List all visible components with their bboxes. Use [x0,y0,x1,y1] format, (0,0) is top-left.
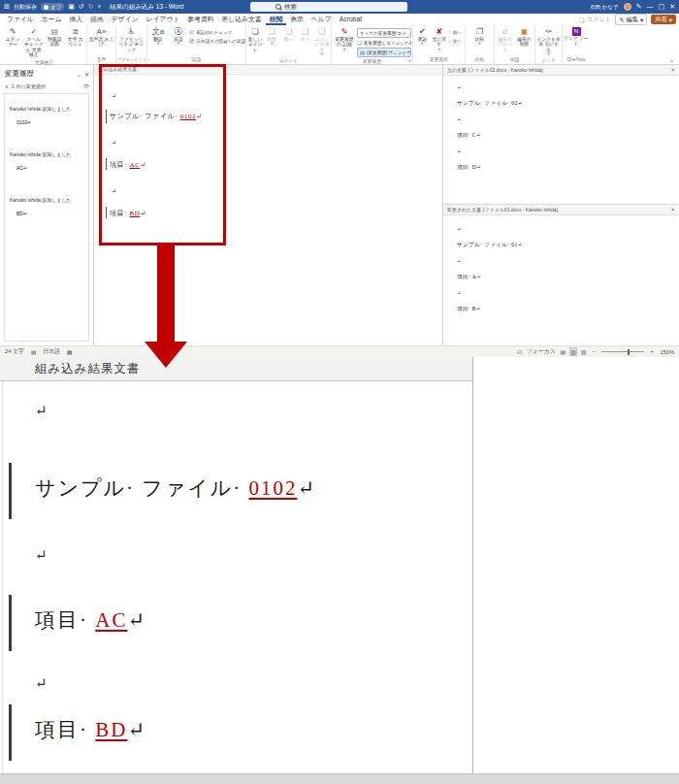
tab-layout[interactable]: レイアウト [143,14,184,25]
translate-button[interactable]: 文a 翻訳 ▾ [148,26,168,55]
tab-file[interactable]: ファイル [3,14,38,25]
search-icon [275,4,281,10]
show-comments-icon: ❏ [318,27,325,37]
add-word-to-ime-item[interactable]: 辞 日本語入力辞書への単語登録 [189,37,245,45]
share-button[interactable]: 共有 ▾ [651,15,676,24]
revised-document-pane[interactable]: 変更された文書 (ファイル01.docx - Kanoko Ishida) ✕ … [442,204,679,345]
doc-line: 項目· B↵ [457,306,481,312]
next-comment-button[interactable]: ❏ 次へ [298,26,313,56]
zoom-slider-thumb[interactable] [628,349,630,355]
show-markup-label: 変更履歴とコメントの表示 [364,41,411,46]
ribbon-group-ink: ✑ インクを非表 示にする ▾ インク [535,25,563,64]
refresh-icon[interactable]: ⟳ [84,82,89,90]
revisions-pane: 変更履歴 ⌄ ✕ ∧ 3 件の変更箇所 ⟳ Kanoko Ishida 追加しま… [0,65,94,345]
close-icon[interactable]: ✕ [84,71,89,78]
hide-ink-button[interactable]: ✑ インクを非表 示にする ▾ [536,26,561,56]
char-count[interactable]: 24 文字 [5,347,24,356]
previous-change-item[interactable]: ↑ 前へ [448,28,464,36]
revision-action: 追加しました [42,197,71,203]
thesaurus-button[interactable]: ▤ 類義語 辞典 [45,26,65,58]
save-icon[interactable]: ▣ [68,0,75,14]
close-icon[interactable]: ✕ [670,65,675,75]
paragraph-mark: ↵ [35,674,48,692]
app-grid-icon[interactable]: ⊞ [4,0,10,14]
paragraph-mark: ↵ [457,116,461,122]
focus-mode-button[interactable]: フォーカス [527,347,556,356]
original-document-pane[interactable]: 元の文書 (ファイル02.docx - Kanoko Ishida) ✕ ↵ サ… [442,65,679,204]
accept-button[interactable]: ✔ 承諾 ▾ [414,26,431,55]
tab-home[interactable]: ホーム [38,14,66,25]
show-comments-button[interactable]: ❏ コメント の表示 ▾ [314,26,330,56]
zoom-slider[interactable] [601,351,644,352]
revision-item[interactable]: Kanoko Ishida 追加しました 0102↵ [10,106,83,125]
track-changes-icon: ✎ [341,27,348,37]
minimize-button[interactable]: — [647,0,654,14]
close-button[interactable]: ✕ [669,0,675,14]
tab-acrobat[interactable]: Acrobat [336,14,366,25]
redo-icon[interactable]: ↻ [88,0,94,14]
accessibility-check-button[interactable]: ♿ アクセシビリティ チェック [117,26,146,55]
revision-item[interactable]: Kanoko Ishida 追加しました AC↵ [10,151,83,171]
paragraph-mark: ↵ [457,258,461,264]
autosave-toggle[interactable]: オフ [41,3,64,11]
print-layout-icon[interactable]: ▥ [570,348,576,355]
collapse-ribbon-icon[interactable]: ⌄ [669,56,674,63]
search-box[interactable]: 検索 [250,2,407,12]
display-for-review-dropdown[interactable]: すべての変更履歴/コメ... ▾ [357,28,411,38]
tab-insert[interactable]: 挿入 [66,14,87,25]
editor-button[interactable]: ✎ エディ ター [3,26,23,58]
display-for-review-value: すべての変更履歴/コメ... [360,31,410,36]
more-commands-icon[interactable]: ▾ [98,0,102,14]
tab-help[interactable]: ヘルプ [307,14,336,25]
tab-view[interactable]: 表示 [286,14,307,25]
show-markup-item[interactable]: ❏ 変更履歴とコメントの表示 [357,39,411,47]
close-icon[interactable]: ✕ [670,205,675,214]
spelling-grammar-button[interactable]: ✓ スペル チェックと 文章校正 [24,26,45,58]
web-layout-icon[interactable]: ▧ [581,348,587,355]
tab-design[interactable]: デザイン [108,14,143,25]
tab-draw[interactable]: 描画 [86,14,108,25]
restrict-editing-button[interactable]: ▣ 編集の 制限 [515,26,534,55]
chevron-down-icon[interactable]: ⌄ [77,71,81,78]
revision-content: BD↵ [16,211,83,216]
doc-text: サンプル· ファイル· [35,476,248,500]
ime-status-icon[interactable]: ▦ [67,348,73,355]
tab-references[interactable]: 参考資料 [183,14,217,25]
doc-line: 項目· BD↵ [35,716,146,743]
pen-icon: ✎ [636,0,642,14]
compare-button[interactable]: ❐ 比較 ▾ [467,26,493,55]
zoom-out-button[interactable]: － [592,347,598,356]
undo-icon[interactable]: ↺ [79,0,84,14]
delete-comment-button[interactable]: ❏ 削除 ▾ [264,26,279,56]
read-mode-icon[interactable]: ▤ [561,348,566,355]
linked-notes-button[interactable]: N リンク ノート [564,26,589,55]
previous-comment-button[interactable]: ❏ 前へ [280,26,296,56]
maximize-button[interactable]: ▢ [659,0,665,14]
word-count-button[interactable]: ≣ 文字 カウント [66,26,86,58]
dialog-launcher-icon[interactable]: ⇲ [407,56,411,65]
track-changes-button[interactable]: ✎ 変更履歴の 記録 ▾ [333,26,356,57]
zoom-in-button[interactable]: ＋ [649,347,655,356]
proofing-status-icon[interactable]: ▤ [31,348,37,355]
comments-button[interactable]: ❏ コメント [579,16,611,24]
user-name[interactable]: 石田 かな子 [590,4,618,11]
block-authors-button[interactable]: ⊘ 編集の ブロック [496,26,514,55]
zoomed-pane-title: 組み込み結果文書 [0,357,472,381]
reviewing-pane-item[interactable]: ▤ [変更履歴] ウィンドウ ▾ [357,48,411,57]
new-comment-button[interactable]: ❏ 新しい コメント [247,26,263,56]
next-change-item[interactable]: ↓ 次へ [448,37,464,45]
language-button[interactable]: Ⓐ 言語 ▾ [169,26,188,55]
revision-item[interactable]: Kanoko Ishida 追加しました BD↵ [10,197,83,216]
status-bar: 24 文字 ▤ 日本語 ▦ ⊡ フォーカス ▤ ▥ ▧ － ＋ 150% [0,345,679,357]
read-aloud-button[interactable]: A» 音声読 み上げ [88,26,114,55]
chevron-down-icon: ▾ [271,42,273,46]
zoom-level[interactable]: 150% [660,349,674,355]
reject-button[interactable]: ✘ 元に戻す ▾ [432,26,448,55]
tab-review[interactable]: 校閲 [266,14,287,25]
consistency-check-item[interactable]: ☑ 表記ゆれチェック [189,28,245,36]
tab-mailings[interactable]: 差し込み文書 [218,14,266,25]
collapse-icon[interactable]: ∧ [5,83,9,89]
language-status[interactable]: 日本語 [43,347,59,356]
editing-mode-button[interactable]: ✎ 編集 ▾ [615,14,647,25]
avatar[interactable] [624,3,631,11]
